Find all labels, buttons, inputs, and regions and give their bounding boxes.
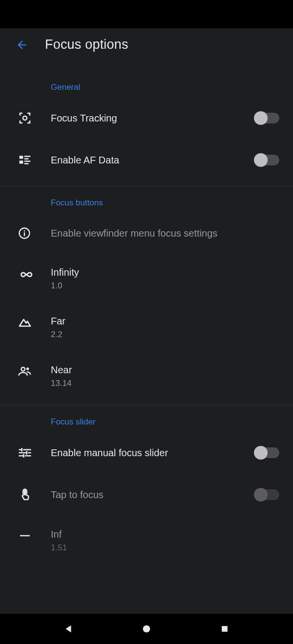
- setting-value: 1.51: [51, 543, 279, 553]
- nav-home-button[interactable]: [140, 622, 153, 636]
- infinity-icon: [18, 266, 33, 282]
- toggle-manual-slider[interactable]: [255, 447, 279, 458]
- nav-back-button[interactable]: [62, 622, 75, 636]
- setting-label: Tap to focus: [51, 488, 255, 502]
- setting-label: Inf: [51, 527, 279, 541]
- svg-rect-3: [24, 158, 29, 160]
- svg-rect-6: [24, 163, 29, 164]
- svg-rect-14: [222, 626, 228, 632]
- page-title: Focus options: [45, 37, 128, 52]
- hint-focus-buttons: Enable viewfinder menu focus settings: [0, 213, 293, 254]
- svg-point-10: [21, 367, 25, 371]
- navigation-bar: [0, 614, 293, 644]
- setting-label: Enable AF Data: [51, 153, 255, 167]
- svg-point-11: [26, 367, 29, 370]
- svg-point-13: [143, 625, 150, 633]
- svg-point-0: [23, 116, 27, 120]
- setting-value: 13.14: [51, 379, 279, 388]
- nav-recent-button[interactable]: [218, 622, 231, 636]
- setting-label: Enable manual focus slider: [51, 446, 255, 460]
- svg-rect-12: [20, 535, 30, 537]
- setting-tap-to-focus[interactable]: Tap to focus: [0, 474, 293, 516]
- setting-label: Focus Tracking: [51, 111, 255, 125]
- svg-rect-5: [24, 161, 31, 162]
- setting-enable-manual-slider[interactable]: Enable manual focus slider: [0, 432, 293, 474]
- focus-tracking-icon: [18, 111, 32, 125]
- triangle-back-icon: [63, 624, 74, 634]
- square-recent-icon: [220, 624, 230, 634]
- status-bar: [0, 0, 293, 28]
- setting-infinity[interactable]: Infinity 1.0: [0, 254, 293, 302]
- setting-far[interactable]: Far 2.2: [0, 302, 293, 351]
- setting-focus-tracking[interactable]: Focus Tracking: [0, 97, 293, 139]
- section-header-focus-slider: Focus slider: [0, 405, 293, 432]
- app-screen: Focus options General Focus Tracking: [0, 28, 293, 614]
- svg-rect-1: [20, 156, 23, 159]
- people-icon: [18, 364, 32, 379]
- svg-rect-8: [24, 232, 25, 236]
- arrow-left-icon: [16, 39, 28, 51]
- toggle-enable-af-data[interactable]: [255, 155, 279, 165]
- toggle-focus-tracking[interactable]: [255, 113, 279, 123]
- info-icon: [18, 226, 31, 240]
- sliders-icon: [18, 445, 32, 460]
- setting-label: Near: [51, 363, 279, 377]
- circle-home-icon: [141, 624, 152, 634]
- tap-icon: [18, 487, 32, 502]
- setting-value: 2.2: [51, 330, 279, 340]
- svg-rect-4: [20, 161, 23, 163]
- hint-text: Enable viewfinder menu focus settings: [51, 226, 279, 240]
- setting-near[interactable]: Near 13.14: [0, 351, 293, 400]
- setting-value: 1.0: [51, 281, 279, 291]
- toggle-tap-to-focus[interactable]: [255, 489, 279, 500]
- minus-icon: [18, 528, 32, 543]
- setting-enable-af-data[interactable]: Enable AF Data: [0, 139, 293, 181]
- section-header-general: General: [0, 63, 293, 97]
- app-bar: Focus options: [0, 28, 293, 63]
- back-button[interactable]: [15, 38, 29, 52]
- setting-label: Far: [51, 314, 279, 328]
- svg-rect-2: [24, 156, 31, 157]
- section-header-focus-buttons: Focus buttons: [0, 186, 293, 213]
- svg-rect-9: [24, 230, 25, 231]
- mountain-icon: [18, 315, 32, 330]
- setting-inf[interactable]: Inf 1.51: [0, 516, 293, 564]
- af-data-icon: [18, 153, 32, 167]
- setting-label: Infinity: [51, 265, 279, 279]
